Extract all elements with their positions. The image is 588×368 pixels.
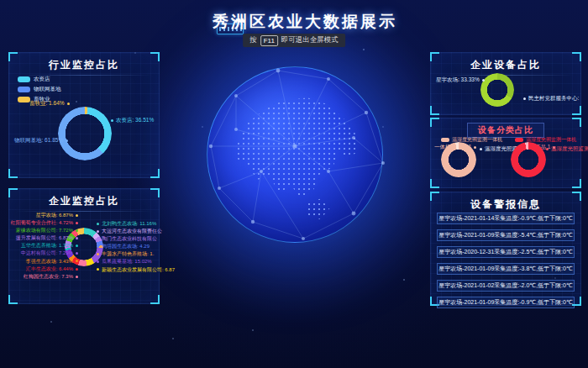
device-class-left-legend[interactable]: 温湿度光照监测一体机	[441, 136, 502, 144]
slice-label-minzhucun: 民主村党群服务中心:	[523, 95, 579, 101]
panel-equipment-ratio: 企业设备占比 星宇农场: 33.33% 民主村党群服务中心:	[430, 52, 581, 115]
slice-label: 红阳葡萄专业合作社: 4.72%	[11, 220, 78, 226]
legend-item-nongzidian[interactable]: 农资店	[18, 76, 61, 83]
f11-key-badge: F11	[260, 35, 278, 46]
panel-enterprise-ratio: 企业监控占比 星宇农场: 6.87% 红阳葡萄专业合作社: 4.72% 家缘农场…	[8, 188, 160, 304]
slice-label: 红梅园生态农业: 7.3%	[24, 274, 78, 280]
slice-label: 丰源水产特色养殖场: 1.	[97, 251, 154, 257]
slice-label-wulianwang: 物联网基地: 61.85%	[14, 137, 68, 143]
slice-label: 援升发展有限公司: 6.87%	[16, 235, 78, 241]
legend-label: 农资店	[34, 76, 50, 83]
alarm-row: 星宇农场-2021-01-09采集温度:-5.4℃,低于下限:0℃	[437, 229, 575, 241]
slice-label: 李强生态农场: 3.43%	[26, 259, 78, 265]
slice-label-xumuye: 畜牧业: 1.64%	[29, 100, 70, 106]
dashboard: 秀洲区农业大数据展示 按 F11 即可退出全屏模式 行业监控占比 农资店 物联网…	[0, 0, 588, 368]
alarm-row: 星宇农场-2021-01-14采集温度:-0.9℃,低于下限:0℃	[437, 213, 575, 224]
page-title: 秀洲区农业大数据展示	[0, 11, 588, 33]
fullscreen-exit-tooltip: 按 F11 即可退出全屏模式	[243, 34, 345, 47]
legend-swatch	[18, 87, 30, 92]
slice-label: 北刘鸭生态农场: 11.16%	[97, 221, 156, 227]
equipment-donut-chart[interactable]	[480, 73, 514, 107]
slice-label: 鸭塔园生态农场: 4.29	[97, 244, 150, 250]
slice-label: 星宇农场: 6.87%	[36, 213, 78, 218]
panel-title-industry: 行业监控占比	[9, 53, 159, 76]
slice-label-nongzidian: 农资店: 36.51%	[111, 117, 154, 123]
globe-network-mesh-icon	[186, 45, 404, 264]
slice-label: 汇丰生态农业: 6.44%	[26, 266, 78, 272]
legend-label: 物联网基地	[34, 86, 61, 93]
slice-label: 五华生态养殖场: 1.72%	[21, 243, 78, 249]
device-class-right-pointer-label: 温湿度光照监测一	[546, 145, 588, 151]
legend-swatch	[515, 138, 523, 142]
tooltip-prefix: 按	[249, 35, 257, 45]
panel-device-classification: 设备分类占比 温湿度光照监测一体机 一体机类产品 1 温湿度光照监测一 温湿度光…	[430, 118, 581, 188]
slice-label: 新颖生态农业发展有限公司: 6.87	[97, 267, 175, 273]
slice-label: 陶门生态农业科技有限公	[97, 236, 157, 242]
alarm-row: 星宇农场-2021-01-09采集温度:-3.8℃,低于下限:0℃	[437, 263, 575, 275]
alarm-row: 星宇农场-2021-01-09采集温度:-0.9℃,低于下限:0℃	[437, 297, 575, 308]
tooltip-suffix: 即可退出全屏模式	[281, 35, 339, 45]
panel-industry-ratio: 行业监控占比 农资店 物联网基地 畜牧业 畜牧业: 1.64% 农资店: 36.…	[8, 52, 160, 178]
slice-label: 家缘农场有限公司: 7.72%	[16, 228, 78, 234]
background-stars	[0, 0, 2, 2]
slice-label: 瓜果蔬菜基地: 15.02%	[97, 259, 152, 265]
panel-title-equipment: 企业设备占比	[431, 53, 580, 76]
enterprise-left-labels: 星宇农场: 6.87% 红阳葡萄专业合作社: 4.72% 家缘农场有限公司: 7…	[13, 213, 78, 279]
panel-title-alarms: 设备警报信息	[431, 192, 580, 215]
alarm-row: 星宇农场-2020-12-31采集温度:-2.5℃,低于下限:0℃	[437, 246, 575, 258]
industry-donut-chart[interactable]	[58, 107, 112, 160]
panel-title-enterprise: 企业监控占比	[9, 189, 159, 212]
device-class-right-donut-chart[interactable]	[511, 142, 546, 177]
device-class-left-donut-chart[interactable]	[441, 142, 476, 177]
globe	[207, 66, 383, 243]
legend-swatch	[441, 138, 449, 142]
panel-device-alarms: 设备警报信息 星宇农场-2021-01-14采集温度:-0.9℃,低于下限:0℃…	[430, 192, 581, 306]
alarm-row: 星宇农场-2021-01-02采集温度:-2.0℃,低于下限:0℃	[437, 280, 575, 292]
alarm-list: 星宇农场-2021-01-14采集温度:-0.9℃,低于下限:0℃ 星宇农场-2…	[437, 213, 575, 308]
slice-label-xingyu: 星宇农场: 33.33%	[436, 76, 485, 82]
legend-swatch	[18, 76, 30, 82]
legend-swatch	[18, 97, 30, 103]
legend-item-wulianwang[interactable]: 物联网基地	[18, 86, 61, 93]
enterprise-right-labels: 北刘鸭生态农场: 11.16% 大运河生态农业有限责任公 陶门生态农业科技有限公…	[97, 221, 157, 272]
slice-label: 大运河生态农业有限责任公	[97, 229, 162, 234]
slice-label: 中达村有限公司: 7.29%	[21, 250, 78, 256]
